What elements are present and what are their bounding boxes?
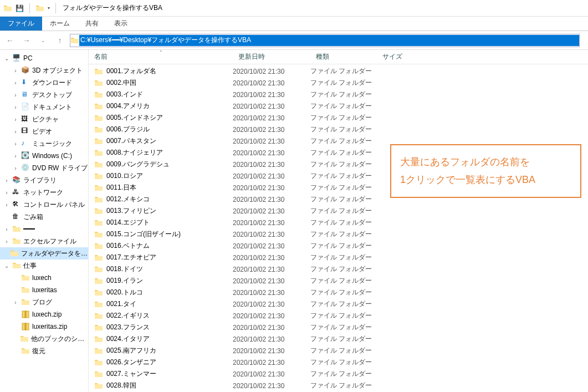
cell-date: 2020/10/02 21:30	[233, 359, 310, 366]
tree-pictures[interactable]: ›🖼ピクチャ	[0, 113, 88, 125]
folder-icon	[94, 207, 103, 216]
tree-desktop[interactable]: ›🖥デスクトップ	[0, 89, 88, 101]
list-row[interactable]: 0021.タイ2020/10/02 21:30ファイル フォルダー	[89, 298, 588, 310]
tree-music[interactable]: ›♪ミュージック	[0, 138, 88, 150]
list-row[interactable]: 0001.フォルダ名2020/10/02 21:30ファイル フォルダー	[89, 65, 588, 77]
list-row[interactable]: 0020.トルコ2020/10/02 21:30ファイル フォルダー	[89, 287, 588, 298]
folder-icon	[94, 381, 103, 390]
qat-save-icon[interactable]: 💾	[16, 4, 24, 12]
tree-cdrive[interactable]: ›💽Windows (C:)	[0, 150, 88, 162]
col-date[interactable]: 更新日時	[233, 52, 310, 62]
file-name: 0011.日本	[106, 183, 136, 192]
tree-luxech-zip[interactable]: luxech.zip	[0, 308, 88, 320]
list-row[interactable]: 0026.タンザニア2020/10/02 21:30ファイル フォルダー	[89, 357, 588, 368]
list-row[interactable]: 0027.ミャンマー2020/10/02 21:30ファイル フォルダー	[89, 368, 588, 380]
folder-icon	[94, 67, 103, 76]
col-size[interactable]: サイズ	[377, 52, 432, 62]
tree-work[interactable]: ⌄仕事	[0, 259, 88, 272]
nav-up-button[interactable]: ↑	[53, 34, 67, 47]
cell-type: ファイル フォルダー	[310, 183, 377, 192]
svg-rect-1	[25, 311, 26, 318]
folder-icon	[94, 137, 103, 146]
cell-name: 0024.イタリア	[89, 334, 233, 344]
list-row[interactable]: 0014.エジプト2020/10/02 21:30ファイル フォルダー	[89, 217, 588, 228]
list-row[interactable]: 0023.フランス2020/10/02 21:30ファイル フォルダー	[89, 322, 588, 333]
cell-name: 0007.パキスタン	[89, 136, 233, 146]
folder-icon	[3, 4, 12, 13]
tab-home[interactable]: ホーム	[42, 17, 78, 30]
tree-current-folder[interactable]: フォルダやデータを操作するVBA	[0, 247, 88, 259]
cell-type: ファイル フォルダー	[310, 101, 377, 111]
tree-excel-files[interactable]: ›エクセルファイル	[0, 235, 88, 247]
col-type[interactable]: 種類	[310, 52, 377, 62]
folder-icon	[94, 242, 103, 251]
tree-blog[interactable]: ›ブログ	[0, 296, 88, 308]
tree-dvd[interactable]: ›💿DVD RW ドライブ	[0, 162, 88, 174]
file-name: 0019.イラン	[106, 276, 143, 286]
nav-tree[interactable]: ⌄🖥️PC ›📦3D オブジェクト ›⬇ダウンロード ›🖥デスクトップ ›📄ドキ…	[0, 50, 89, 392]
list-row[interactable]: 0013.フィリピン2020/10/02 21:30ファイル フォルダー	[89, 205, 588, 217]
address-bar[interactable]	[70, 34, 580, 47]
tab-view[interactable]: 表示	[106, 17, 135, 30]
file-name: 0023.フランス	[106, 323, 150, 332]
tree-restore[interactable]: 復元	[0, 345, 88, 357]
tree-documents[interactable]: ›📄ドキュメント	[0, 101, 88, 113]
cell-date: 2020/10/02 21:30	[233, 382, 310, 390]
tab-file[interactable]: ファイル	[0, 17, 42, 30]
list-row[interactable]: 0019.イラン2020/10/02 21:30ファイル フォルダー	[89, 275, 588, 287]
list-row[interactable]: 0024.イタリア2020/10/02 21:30ファイル フォルダー	[89, 333, 588, 345]
address-input[interactable]	[79, 35, 579, 46]
qat-dropdown-icon[interactable]: ▾	[48, 6, 50, 11]
tree-pc[interactable]: ⌄🖥️PC	[0, 52, 88, 64]
callout-line2: 1クリックで一覧表にするVBA	[400, 171, 571, 189]
list-row[interactable]: 0005.インドネシア2020/10/02 21:30ファイル フォルダー	[89, 112, 588, 124]
list-row[interactable]: 0015.コンゴ(旧ザイール)2020/10/02 21:30ファイル フォルダ…	[89, 228, 588, 240]
tree-3d-objects[interactable]: ›📦3D オブジェクト	[0, 64, 88, 77]
tree-recycle-bin[interactable]: 🗑ごみ箱	[0, 211, 88, 223]
folder-icon	[94, 347, 103, 355]
cell-name: 0017.エチオピア	[89, 253, 233, 262]
cell-date: 2020/10/02 21:30	[233, 312, 310, 320]
file-name: 0028.韓国	[106, 381, 136, 390]
tree-other-books[interactable]: 他のブックのシート…	[0, 333, 88, 345]
tree-downloads[interactable]: ›⬇ダウンロード	[0, 77, 88, 89]
list-row[interactable]: 0017.エチオピア2020/10/02 21:30ファイル フォルダー	[89, 252, 588, 263]
list-row[interactable]: 0025.南アフリカ2020/10/02 21:30ファイル フォルダー	[89, 345, 588, 357]
tree-user-folder[interactable]: ›━━━	[0, 223, 88, 235]
tree-control-panel[interactable]: ›🛠コントロール パネル	[0, 198, 88, 211]
tree-luxeritas[interactable]: luxeritas	[0, 284, 88, 296]
list-row[interactable]: 0004.アメリカ2020/10/02 21:30ファイル フォルダー	[89, 100, 588, 112]
list-row[interactable]: 0006.ブラジル2020/10/02 21:30ファイル フォルダー	[89, 124, 588, 135]
tree-videos[interactable]: ›🎞ビデオ	[0, 125, 88, 138]
tab-share[interactable]: 共有	[78, 17, 106, 30]
nav-forward-button[interactable]: →	[20, 34, 33, 47]
cell-name: 0016.ベトナム	[89, 241, 233, 251]
list-row[interactable]: 0018.ドイツ2020/10/02 21:30ファイル フォルダー	[89, 263, 588, 275]
list-row[interactable]: 0002.中国2020/10/02 21:30ファイル フォルダー	[89, 77, 588, 89]
tree-luxech[interactable]: luxech	[0, 272, 88, 284]
list-row[interactable]: 0028.韓国2020/10/02 21:30ファイル フォルダー	[89, 380, 588, 391]
cell-date: 2020/10/02 21:30	[233, 219, 310, 227]
list-row[interactable]: 0003.インド2020/10/02 21:30ファイル フォルダー	[89, 89, 588, 100]
file-name: 0022.イギリス	[106, 311, 150, 320]
tree-libraries[interactable]: ›📚ライブラリ	[0, 174, 88, 186]
cell-name: 0015.コンゴ(旧ザイール)	[89, 230, 233, 239]
col-name[interactable]: ˄名前	[89, 52, 233, 62]
list-row[interactable]: 0016.ベトナム2020/10/02 21:30ファイル フォルダー	[89, 240, 588, 252]
divider	[29, 3, 30, 13]
list-row[interactable]: 0022.イギリス2020/10/02 21:30ファイル フォルダー	[89, 310, 588, 322]
cell-type: ファイル フォルダー	[310, 299, 377, 309]
cell-date: 2020/10/02 21:30	[233, 335, 310, 343]
cell-name: 0014.エジプト	[89, 218, 233, 227]
nav-recent-dropdown[interactable]: ⌄	[37, 34, 50, 47]
folder-icon	[70, 36, 79, 45]
tree-network[interactable]: ›🖧ネットワーク	[0, 186, 88, 198]
nav-back-button[interactable]: ←	[3, 34, 17, 47]
cell-name: 0012.メキシコ	[89, 195, 233, 204]
folder-icon	[94, 149, 103, 157]
list-header: ˄名前 更新日時 種類 サイズ	[89, 50, 588, 64]
tree-luxeritas-zip[interactable]: luxeritas.zip	[0, 320, 88, 333]
cell-type: ファイル フォルダー	[310, 67, 377, 76]
folder-icon	[94, 277, 103, 286]
cell-date: 2020/10/02 21:30	[233, 242, 310, 250]
